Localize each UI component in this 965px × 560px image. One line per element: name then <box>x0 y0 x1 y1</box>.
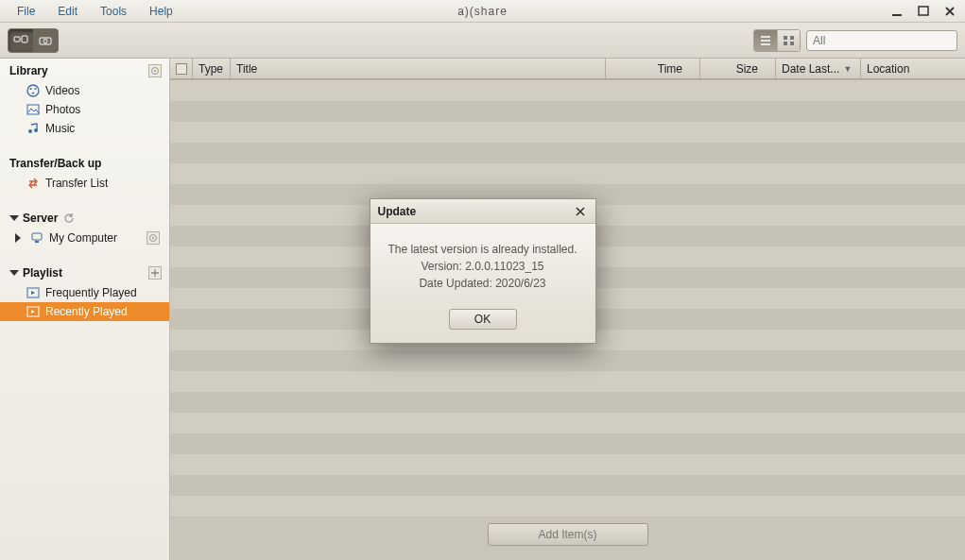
dialog-titlebar: Update <box>370 199 595 224</box>
dialog-body: The latest version is already installed.… <box>370 224 595 305</box>
modal-overlay: Update The latest version is already ins… <box>0 0 965 560</box>
dialog-message-line: The latest version is already installed. <box>380 241 586 258</box>
dialog-ok-button[interactable]: OK <box>449 309 517 330</box>
update-dialog: Update The latest version is already ins… <box>370 198 596 344</box>
dialog-version-line: Version: 2.0.0.11023_15 <box>380 258 586 275</box>
dialog-title: Update <box>378 205 417 218</box>
close-icon <box>575 206 586 217</box>
dialog-date-line: Date Updated: 2020/6/23 <box>380 275 586 292</box>
dialog-actions: OK <box>370 305 595 343</box>
dialog-close-button[interactable] <box>573 204 588 219</box>
